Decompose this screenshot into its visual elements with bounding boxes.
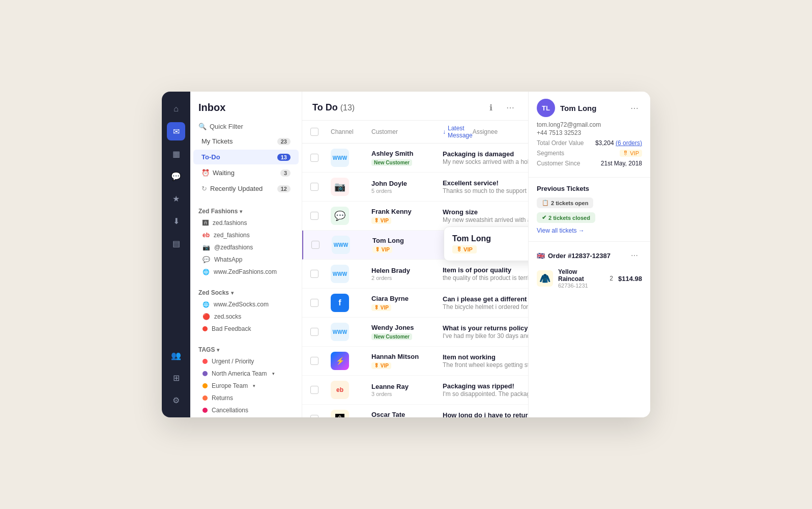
channel-label: zed.socks (214, 313, 241, 320)
group-zed-socks[interactable]: Zed Socks ▾ (190, 284, 302, 298)
select-all-checkbox[interactable] (310, 128, 318, 136)
row-checkbox[interactable] (310, 415, 331, 417)
order-more-button[interactable]: ⋯ (627, 248, 642, 263)
my-tickets-badge: 23 (277, 138, 291, 145)
instagram-channel-badge: 📷 (331, 178, 349, 196)
sidebar-item-zed-fashions-www[interactable]: 🌐 www.ZedFashions.com (190, 266, 302, 278)
inbox-icon[interactable]: ✉ (167, 122, 185, 140)
sidebar-item-zed-fashions-ebay[interactable]: eb zed_fashions (190, 229, 302, 241)
sidebar-item-bad-feedback[interactable]: Bad Feedback (190, 323, 302, 335)
sidebar-item-zed-fashions-whatsapp[interactable]: 💬 WhatsApp (190, 253, 302, 266)
urgent-tag-dot (202, 359, 208, 364)
row-checkbox[interactable] (311, 241, 332, 249)
table-row[interactable]: f Ciara Byrne 🎖 VIP Can i please get a d… (302, 289, 528, 318)
row-checkbox[interactable] (310, 328, 331, 336)
segments-row: Segments 🎖 VIP (537, 150, 642, 157)
table-row[interactable]: WWW Wendy Jones New Customer What is you… (302, 318, 528, 347)
main-sidebar: Inbox 🔍 Quick Filter My Tickets 23 To-Do… (190, 92, 302, 417)
customer-more-button[interactable]: ⋯ (627, 100, 642, 116)
total-order-value-row: Total Order Value $3,204 (6 orders) (537, 139, 642, 147)
chevron-down-icon: ▾ (240, 209, 242, 214)
group-label: Zed Socks (198, 289, 229, 296)
orders-link[interactable]: (6 orders) (616, 139, 642, 147)
table-row[interactable]: WWW Ashley Smith New Customer Packaging … (302, 144, 528, 173)
star-icon[interactable]: ★ (167, 189, 185, 208)
channel-cell: ⚡ (331, 352, 371, 370)
sidebar-item-todo[interactable]: To-Do 13 (193, 150, 299, 164)
sidebar-item-my-tickets[interactable]: My Tickets 23 (193, 134, 299, 149)
customer-name: Tom Long (560, 104, 596, 112)
col-latest-message[interactable]: ↓ Latest Message (443, 125, 473, 139)
order-header: 🇬🇧 Order #12837-12387 ⋯ (537, 248, 642, 263)
chevron-down-icon: ▾ (217, 347, 219, 353)
users-icon[interactable]: 👥 (167, 346, 185, 364)
view-all-tickets-link[interactable]: View all tickets → (537, 227, 642, 234)
col-checkbox (310, 128, 331, 136)
table-row[interactable]: eb Leanne Ray 3 orders Packaging was rip… (302, 376, 528, 405)
tags-section[interactable]: TAGS ▾ (190, 341, 302, 355)
sidebar-item-zedsocks-custom[interactable]: 🔴 zed.socks (190, 310, 302, 323)
www-channel-badge: WWW (331, 149, 349, 167)
sidebar-item-zedsocks-www[interactable]: 🌐 www.ZedSocks.com (190, 298, 302, 310)
table-row[interactable]: 🅰 Oscar Tate 🎖 VIP How long do i have to… (302, 405, 528, 417)
channel-cell: 💬 (331, 207, 371, 225)
channel-label: Bad Feedback (212, 325, 251, 332)
row-checkbox[interactable] (310, 212, 331, 220)
table-row[interactable]: ⚡ Hannah Mitson 🎖 VIP Item not working T… (302, 347, 528, 376)
layout-icon[interactable]: ▤ (167, 234, 185, 252)
sidebar-item-urgent[interactable]: Urgent / Priority (190, 355, 302, 367)
grid-icon[interactable]: ▦ (167, 145, 185, 163)
row-checkbox[interactable] (310, 386, 331, 394)
chevron-icon: ▾ (253, 383, 255, 388)
sidebar-item-zed-fashions-amazon[interactable]: 🅰 zed.fashions (190, 217, 302, 229)
info-button[interactable]: ℹ (483, 100, 499, 115)
message-cell: Can i please get a different size The bi… (443, 295, 528, 310)
europe-tag-dot (202, 383, 208, 388)
quick-filter[interactable]: 🔍 Quick Filter (190, 120, 302, 133)
tag-label: Europe Team (212, 382, 248, 389)
tags-label: TAGS (198, 346, 215, 353)
previous-tickets-section: Previous Tickets 📋 2 tickets open ✔ 2 ti… (529, 178, 650, 242)
sidebar-item-returns[interactable]: Returns (190, 392, 302, 404)
channel-cell: WWW (331, 265, 371, 283)
open-tickets-badge: 📋 2 tickets open (537, 197, 593, 208)
sidebar-item-north-america[interactable]: North America Team ▾ (190, 367, 302, 380)
customer-since-value: 21st May, 2018 (601, 160, 642, 167)
table-row[interactable]: 📷 John Doyle 5 orders Excellent service!… (302, 173, 528, 202)
download-icon[interactable]: ⬇ (167, 212, 185, 230)
tickets-table: WWW Ashley Smith New Customer Packaging … (302, 144, 528, 417)
www-icon: 🌐 (202, 269, 210, 275)
todo-count: (13) (340, 103, 355, 112)
returns-tag-dot (202, 395, 208, 401)
tag-label: Cancellations (212, 407, 248, 414)
channel-cell: WWW (332, 236, 372, 254)
table-header: Channel Customer ↓ Latest Message Assign… (302, 121, 528, 144)
group-zed-fashions[interactable]: Zed Fashions ▾ (190, 203, 302, 217)
table-row[interactable]: WWW Tom Long 🎖 VIP Tom Long 🎖 VIP I thin… (302, 231, 528, 260)
apps-icon[interactable]: ⊞ (167, 369, 185, 387)
row-checkbox[interactable] (310, 357, 331, 365)
customer-cell: Ashley Smith New Customer (371, 150, 443, 166)
row-checkbox[interactable] (310, 270, 331, 278)
message-cell: How long do i have to return an order? I… (443, 411, 528, 417)
row-checkbox[interactable] (310, 183, 331, 191)
sidebar-item-waiting[interactable]: ⏰ Waiting 3 (193, 165, 299, 180)
table-row[interactable]: WWW Helen Brady 2 orders Item is of poor… (302, 260, 528, 289)
row-checkbox[interactable] (310, 154, 331, 162)
channel-label: www.ZedSocks.com (214, 301, 269, 308)
sidebar-item-recently-updated[interactable]: ↻ Recently Updated 12 (193, 181, 299, 196)
customer-cell: Helen Brady 2 orders (371, 267, 443, 281)
sidebar-item-zed-fashions-instagram[interactable]: 📷 @zedfashions (190, 241, 302, 253)
sidebar-item-product-queries[interactable]: Product Queries (190, 416, 302, 417)
order-item-icon: 🧥 (537, 270, 553, 287)
home-icon[interactable]: ⌂ (167, 100, 185, 118)
more-button[interactable]: ⋯ (503, 100, 518, 115)
custom-icon: 🔴 (202, 313, 210, 320)
header-actions: ℹ ⋯ (483, 100, 518, 115)
group-label: Zed Fashions (198, 208, 238, 215)
chat-icon[interactable]: 💬 (167, 167, 185, 185)
row-checkbox[interactable] (310, 299, 331, 307)
sidebar-item-europe[interactable]: Europe Team ▾ (190, 380, 302, 392)
sidebar-item-cancellations[interactable]: Cancellations (190, 404, 302, 416)
settings-icon[interactable]: ⚙ (167, 391, 185, 409)
